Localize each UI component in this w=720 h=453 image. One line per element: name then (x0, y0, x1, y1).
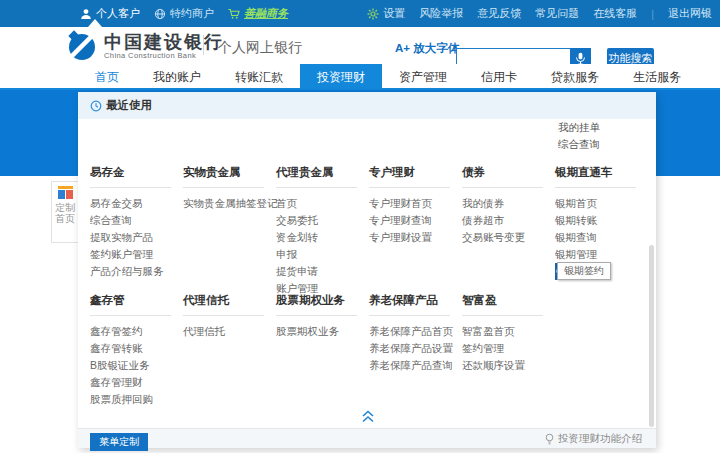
bulb-icon (544, 433, 555, 445)
menu-item[interactable]: 提取实物产品 (90, 229, 183, 246)
nav-tab-我的账户[interactable]: 我的账户 (136, 64, 218, 90)
panel-scrollbar-thumb[interactable] (649, 245, 654, 427)
bank-logo: 中国建设银行 China Construction Bank (66, 30, 224, 62)
topbar-item-label: 个人客户 (96, 6, 140, 21)
menu-item[interactable]: 代理信托 (183, 323, 276, 340)
menu-item-label: 养老保障产品查询 (369, 357, 453, 374)
menu-item[interactable]: 专户理财查询 (369, 212, 462, 229)
menu-item[interactable]: 专户理财首页 (369, 195, 462, 212)
topbar-item[interactable]: 善融商务 (228, 6, 288, 21)
nav-tab-生活服务[interactable]: 生活服务 (616, 64, 698, 90)
topbar-item[interactable]: 意见反馈 (477, 6, 521, 21)
menu-item[interactable]: 签约账户管理 (90, 246, 183, 263)
menu-item-label: 鑫存管理财 (90, 374, 143, 391)
nav-tab-投资理财[interactable]: 投资理财 (300, 64, 382, 90)
menu-item[interactable]: 鑫存管签约 (90, 323, 183, 340)
menu-item-label: 首页 (276, 195, 297, 212)
topbar-item[interactable]: 设置 (367, 6, 405, 21)
menu-item[interactable]: 综合查询 (558, 136, 600, 153)
topbar-item[interactable]: 退出网银 (668, 6, 712, 21)
menu-item[interactable]: 银期首页 (555, 195, 648, 212)
feature-intro-link[interactable]: 投资理财功能介绍 (544, 432, 642, 446)
menu-item[interactable]: 产品介绍与服务 (90, 263, 183, 280)
menu-item-label: 代理信托 (183, 323, 225, 340)
menu-item[interactable]: 申报 (276, 246, 369, 263)
menu-section: 智富盈智富盈首页签约管理还款顺序设置 (462, 292, 555, 408)
menu-item[interactable]: 还款顺序设置 (462, 357, 555, 374)
topbar-item-label: 风险举报 (419, 6, 463, 21)
menu-item-label: 我的债券 (462, 195, 504, 212)
collapse-panel-icon[interactable] (361, 410, 375, 423)
menu-item[interactable]: 养老保障产品首页 (369, 323, 462, 340)
topbar-item[interactable]: 在线客服 (593, 6, 637, 21)
menu-item[interactable]: 我的挂单 (558, 119, 600, 136)
menu-item-label: 专户理财首页 (369, 195, 432, 212)
menu-item-label: 交易委托 (276, 212, 318, 229)
topbar-item[interactable]: 特约商户 (154, 6, 214, 21)
menu-item[interactable]: 易存金交易 (90, 195, 183, 212)
menu-item[interactable]: 养老保障产品查询 (369, 357, 462, 374)
menu-item[interactable]: 银期查询 (555, 229, 648, 246)
bank-text: 中国建设银行 China Construction Bank (104, 33, 224, 60)
font-zoom-link[interactable]: A+ 放大字体 (395, 41, 459, 56)
nav-tab-首页[interactable]: 首页 (78, 64, 136, 90)
topbar-item-label: 退出网银 (668, 6, 712, 21)
menu-item-label: 智富盈首页 (462, 323, 515, 340)
topbar-item-label: 在线客服 (593, 6, 637, 21)
nav-tab-转账汇款[interactable]: 转账汇款 (218, 64, 300, 90)
topbar-item[interactable]: 常见问题 (535, 6, 579, 21)
menu-item[interactable]: 专户理财设置 (369, 229, 462, 246)
menu-item[interactable]: 鑫存管转账 (90, 340, 183, 357)
menu-item-label: 签约管理 (462, 340, 504, 357)
customize-home-tab[interactable]: 定制首页 (51, 181, 78, 243)
menu-item-label: 还款顺序设置 (462, 357, 525, 374)
topbar-right: 设置风险举报意见反馈常见问题在线客服|退出网银 (367, 6, 712, 21)
menu-section-title: 股票期权业务 (276, 292, 357, 316)
customize-home-label: 定制首页 (54, 202, 76, 224)
topbar-item[interactable]: 风险举报 (419, 6, 463, 21)
menu-item[interactable]: 我的债券 (462, 195, 555, 212)
page: 个人客户特约商户善融商务 设置风险举报意见反馈常见问题在线客服|退出网银 中国建… (0, 0, 720, 453)
menu-item[interactable]: 资金划转 (276, 229, 369, 246)
menu-item[interactable]: 提货申请 (276, 263, 369, 280)
mega-menu-panel: 最近使用 我的挂单综合查询 易存金易存金交易综合查询提取实物产品签约账户管理产品… (78, 92, 656, 448)
menu-item[interactable]: 签约管理 (462, 340, 555, 357)
menu-section-title: 专户理财 (369, 164, 450, 188)
recent-used-bar: 最近使用 (78, 92, 656, 119)
menu-item[interactable]: 鑫存管理财 (90, 374, 183, 391)
menu-item[interactable]: 智富盈首页 (462, 323, 555, 340)
menu-item-label: 养老保障产品首页 (369, 323, 453, 340)
menu-section-title: 易存金 (90, 164, 171, 188)
menu-item[interactable]: B股银证业务 (90, 357, 183, 374)
menu-item-label: 鑫存管签约 (90, 323, 143, 340)
menu-item[interactable]: 交易委托 (276, 212, 369, 229)
menu-item[interactable]: 银期转账 (555, 212, 648, 229)
nav-tab-信用卡[interactable]: 信用卡 (464, 64, 534, 90)
bank-name-en: China Construction Bank (104, 51, 224, 60)
menu-item[interactable]: 债券超市 (462, 212, 555, 229)
menu-section-items: 代理信托 (183, 323, 276, 340)
feature-intro-label: 投资理财功能介绍 (558, 432, 642, 446)
nav-tab-资产管理[interactable]: 资产管理 (382, 64, 464, 90)
menu-item[interactable]: 综合查询 (90, 212, 183, 229)
merchant-icon (154, 8, 166, 20)
menu-item[interactable]: 银期管理 (555, 246, 648, 263)
menu-item[interactable]: 实物贵金属抽签登记 (183, 195, 276, 212)
menu-item[interactable]: 股票期权业务 (276, 323, 369, 340)
nav-tab-贷款服务[interactable]: 贷款服务 (534, 64, 616, 90)
menu-section: 鑫存管鑫存管签约鑫存管转账B股银证业务鑫存管理财股票质押回购 (90, 292, 183, 408)
menu-item[interactable]: 首页 (276, 195, 369, 212)
menu-item-label: 交易账号变更 (462, 229, 525, 246)
menu-section: 易存金易存金交易综合查询提取实物产品签约账户管理产品介绍与服务 (90, 164, 183, 297)
menu-item[interactable]: 股票质押回购 (90, 391, 183, 408)
top-right-menu-items: 我的挂单综合查询 (558, 119, 600, 153)
menu-item[interactable]: 养老保障产品设置 (369, 340, 462, 357)
topbar-item-label: 意见反馈 (477, 6, 521, 21)
menu-section-items: 易存金交易综合查询提取实物产品签约账户管理产品介绍与服务 (90, 195, 183, 280)
menu-item-label: 股票期权业务 (276, 323, 339, 340)
active-portal-notch (88, 19, 102, 27)
menu-item[interactable]: 交易账号变更 (462, 229, 555, 246)
menu-customize-button[interactable]: 菜单定制 (90, 433, 148, 451)
menu-section: 专户理财专户理财首页专户理财查询专户理财设置 (369, 164, 462, 297)
menu-item-label: 股票质押回购 (90, 391, 153, 408)
